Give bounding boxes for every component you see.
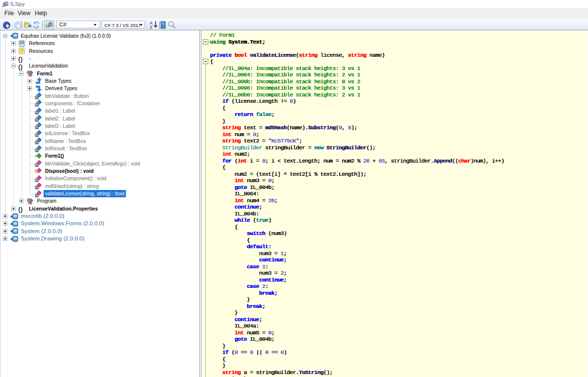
svg-text:Z: Z — [150, 25, 153, 29]
